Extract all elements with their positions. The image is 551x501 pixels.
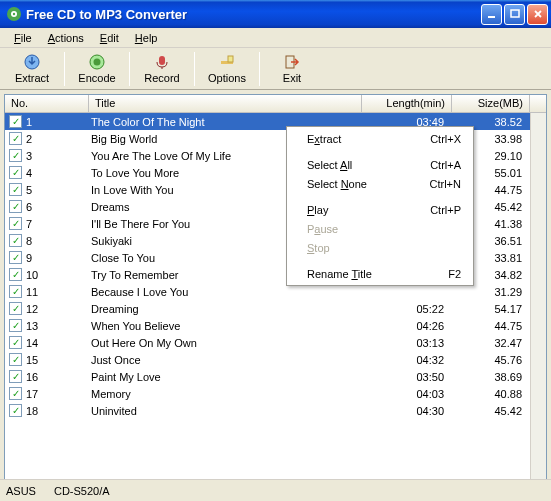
window-title: Free CD to MP3 Converter: [26, 7, 481, 22]
extract-icon: [23, 53, 41, 71]
track-length: 04:26: [362, 320, 452, 332]
track-no: 18: [26, 405, 38, 417]
track-title: Out Here On My Own: [89, 337, 362, 349]
checkbox-icon[interactable]: ✓: [9, 302, 22, 315]
svg-rect-4: [511, 10, 519, 17]
minimize-button[interactable]: [481, 4, 502, 25]
table-row[interactable]: ✓13When You Believe04:2644.75: [5, 317, 546, 334]
table-row[interactable]: ✓18Uninvited04:3045.42: [5, 402, 546, 419]
svg-point-2: [13, 13, 15, 15]
col-size[interactable]: Size(MB): [452, 95, 530, 112]
toolbar-separator: [64, 52, 65, 86]
track-title: Just Once: [89, 354, 362, 366]
track-no: 14: [26, 337, 38, 349]
context-menu: ExtractCtrl+X Select AllCtrl+A Select No…: [286, 126, 474, 286]
menu-edit[interactable]: Edit: [92, 30, 127, 46]
checkbox-icon[interactable]: ✓: [9, 115, 22, 128]
track-no: 16: [26, 371, 38, 383]
track-length: 03:50: [362, 371, 452, 383]
record-button[interactable]: Record: [134, 50, 190, 88]
encode-icon: [88, 53, 106, 71]
col-length[interactable]: Length(min): [362, 95, 452, 112]
status-drive: CD-S520/A: [54, 485, 110, 497]
table-row[interactable]: ✓17Memory04:0340.88: [5, 385, 546, 402]
menu-help[interactable]: Help: [127, 30, 166, 46]
menu-file[interactable]: File: [6, 30, 40, 46]
track-title: Uninvited: [89, 405, 362, 417]
maximize-button[interactable]: [504, 4, 525, 25]
svg-point-7: [94, 59, 101, 66]
svg-rect-3: [488, 16, 495, 18]
close-button[interactable]: [527, 4, 548, 25]
track-no: 8: [26, 235, 32, 247]
table-row[interactable]: ✓14Out Here On My Own03:1332.47: [5, 334, 546, 351]
track-title: Because I Love You: [89, 286, 362, 298]
track-title: Paint My Love: [89, 371, 362, 383]
ctx-extract[interactable]: ExtractCtrl+X: [289, 129, 471, 148]
toolbar: Extract Encode Record Options Exit: [0, 48, 551, 90]
checkbox-icon[interactable]: ✓: [9, 336, 22, 349]
track-no: 2: [26, 133, 32, 145]
checkbox-icon[interactable]: ✓: [9, 319, 22, 332]
checkbox-icon[interactable]: ✓: [9, 353, 22, 366]
checkbox-icon[interactable]: ✓: [9, 285, 22, 298]
svg-rect-8: [159, 56, 165, 65]
track-size: 31.29: [452, 286, 530, 298]
track-size: 45.76: [452, 354, 530, 366]
track-size: 38.69: [452, 371, 530, 383]
track-size: 40.88: [452, 388, 530, 400]
encode-button[interactable]: Encode: [69, 50, 125, 88]
track-length: 04:30: [362, 405, 452, 417]
checkbox-icon[interactable]: ✓: [9, 217, 22, 230]
table-row[interactable]: ✓16Paint My Love03:5038.69: [5, 368, 546, 385]
checkbox-icon[interactable]: ✓: [9, 183, 22, 196]
col-no[interactable]: No.: [5, 95, 89, 112]
ctx-select-all[interactable]: Select AllCtrl+A: [289, 155, 471, 174]
table-row[interactable]: ✓15Just Once04:3245.76: [5, 351, 546, 368]
track-no: 7: [26, 218, 32, 230]
options-button[interactable]: Options: [199, 50, 255, 88]
checkbox-icon[interactable]: ✓: [9, 268, 22, 281]
checkbox-icon[interactable]: ✓: [9, 166, 22, 179]
checkbox-icon[interactable]: ✓: [9, 234, 22, 247]
ctx-rename[interactable]: Rename TitleF2: [289, 264, 471, 283]
track-no: 12: [26, 303, 38, 315]
checkbox-icon[interactable]: ✓: [9, 387, 22, 400]
toolbar-separator: [194, 52, 195, 86]
exit-button[interactable]: Exit: [264, 50, 320, 88]
track-size: 54.17: [452, 303, 530, 315]
checkbox-icon[interactable]: ✓: [9, 370, 22, 383]
ctx-separator: [290, 260, 470, 261]
checkbox-icon[interactable]: ✓: [9, 149, 22, 162]
track-no: 15: [26, 354, 38, 366]
track-no: 10: [26, 269, 38, 281]
list-header: No. Title Length(min) Size(MB): [5, 95, 546, 113]
table-row[interactable]: ✓12Dreaming05:2254.17: [5, 300, 546, 317]
track-title: Memory: [89, 388, 362, 400]
checkbox-icon[interactable]: ✓: [9, 200, 22, 213]
checkbox-icon[interactable]: ✓: [9, 251, 22, 264]
track-length: 05:22: [362, 303, 452, 315]
vertical-scrollbar[interactable]: [530, 113, 546, 489]
checkbox-icon[interactable]: ✓: [9, 132, 22, 145]
track-no: 9: [26, 252, 32, 264]
toolbar-separator: [129, 52, 130, 86]
track-size: 45.42: [452, 405, 530, 417]
ctx-select-none[interactable]: Select NoneCtrl+N: [289, 174, 471, 193]
track-no: 5: [26, 184, 32, 196]
checkbox-icon[interactable]: ✓: [9, 404, 22, 417]
toolbar-separator: [259, 52, 260, 86]
menu-actions[interactable]: Actions: [40, 30, 92, 46]
ctx-play[interactable]: PlayCtrl+P: [289, 200, 471, 219]
extract-button[interactable]: Extract: [4, 50, 60, 88]
track-title: When You Believe: [89, 320, 362, 332]
track-length: 04:32: [362, 354, 452, 366]
track-no: 13: [26, 320, 38, 332]
app-icon: [6, 6, 22, 22]
track-no: 4: [26, 167, 32, 179]
track-size: 44.75: [452, 320, 530, 332]
col-title[interactable]: Title: [89, 95, 362, 112]
status-bar: ASUS CD-S520/A: [0, 479, 551, 501]
track-length: 03:13: [362, 337, 452, 349]
svg-rect-10: [228, 56, 233, 62]
